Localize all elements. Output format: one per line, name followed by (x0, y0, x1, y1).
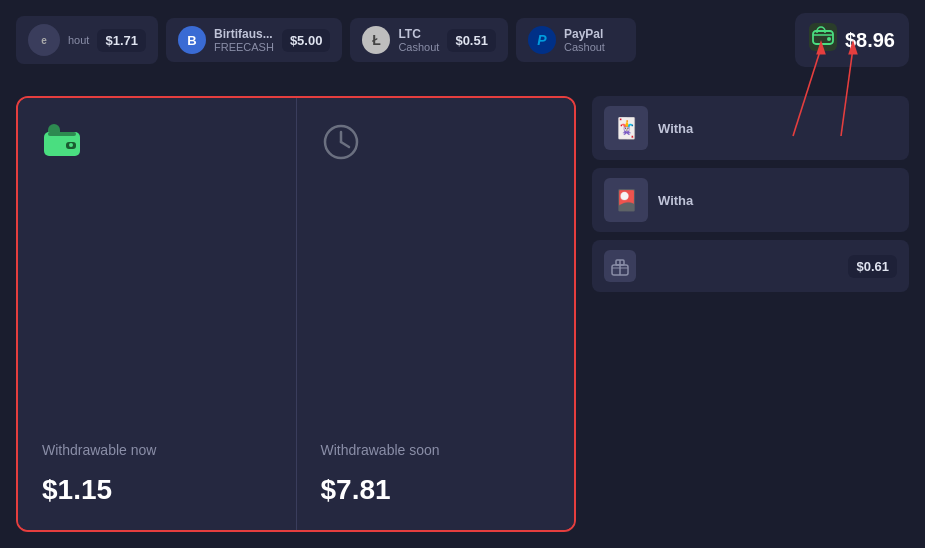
game-thumb-1: 🃏 (604, 106, 648, 150)
cashout-item-1[interactable]: e hout $1.71 (16, 16, 158, 64)
cashout-item-2-amount: $5.00 (282, 29, 331, 52)
cashout-item-3-label: Cashout (398, 41, 439, 53)
cashout-item-2[interactable]: B Birtifaus... FREECASH $5.00 (166, 18, 342, 62)
withdrawal-now-amount: $1.15 (42, 474, 272, 506)
withdrawal-soon-card[interactable]: Withdrawable soon $7.81 (297, 98, 575, 530)
cashout-item-4-info: PayPal Cashout (564, 27, 605, 53)
svg-line-13 (341, 142, 349, 147)
cashout-item-2-label: FREECASH (214, 41, 274, 53)
cashout-item-3-amount: $0.51 (447, 29, 496, 52)
svg-rect-8 (48, 132, 76, 136)
withdrawal-soon-amount: $7.81 (321, 474, 551, 506)
cashout-item-1-label: hout (68, 34, 89, 46)
withdrawal-section: Withdrawable now $1.15 Withdrawable soon… (16, 96, 576, 532)
cashout-item-1-amount: $1.71 (97, 29, 146, 52)
balance-amount: $8.96 (845, 29, 895, 52)
wallet-icon (42, 122, 272, 171)
clock-icon (321, 122, 551, 171)
right-item-3[interactable]: $0.61 (592, 240, 909, 292)
right-item-3-amount: $0.61 (848, 255, 897, 278)
svg-point-2 (827, 37, 831, 41)
cashout-icon-4: P (528, 26, 556, 54)
right-item-2-label: Witha (658, 193, 693, 208)
right-item-2[interactable]: 🎴 Witha (592, 168, 909, 232)
cashout-item-3-info: LTC Cashout (398, 27, 439, 53)
cashout-icon-3: Ł (362, 26, 390, 54)
right-item-1[interactable]: 🃏 Witha (592, 96, 909, 160)
svg-point-10 (69, 143, 73, 147)
withdrawal-soon-label: Withdrawable soon (321, 442, 551, 458)
game-thumb-2: 🎴 (604, 178, 648, 222)
right-item-1-label: Witha (658, 121, 693, 136)
cashout-item-1-info: hout (68, 34, 89, 46)
cashout-item-4-name: PayPal (564, 27, 605, 41)
withdrawal-now-card[interactable]: Withdrawable now $1.15 (18, 98, 297, 530)
cashout-item-3-name: LTC (398, 27, 439, 41)
balance-icon (809, 23, 837, 57)
right-section: 🃏 Witha 🎴 Witha $0.61 (592, 96, 909, 532)
cashout-item-2-name: Birtifaus... (214, 27, 274, 41)
cashout-item-4-label: Cashout (564, 41, 605, 53)
withdrawal-now-label: Withdrawable now (42, 442, 272, 458)
cashout-item-4[interactable]: P PayPal Cashout (516, 18, 636, 62)
cashout-icon-2: B (178, 26, 206, 54)
cashout-icon-1: e (28, 24, 60, 56)
balance-button[interactable]: $8.96 (795, 13, 909, 67)
cashout-item-2-info: Birtifaus... FREECASH (214, 27, 274, 53)
top-bar: e hout $1.71 B Birtifaus... FREECASH $5.… (0, 0, 925, 80)
cashout-item-3[interactable]: Ł LTC Cashout $0.51 (350, 18, 508, 62)
cashout-items-list: e hout $1.71 B Birtifaus... FREECASH $5.… (16, 16, 783, 64)
main-content: Withdrawable now $1.15 Withdrawable soon… (0, 80, 925, 548)
gift-icon (604, 250, 636, 282)
